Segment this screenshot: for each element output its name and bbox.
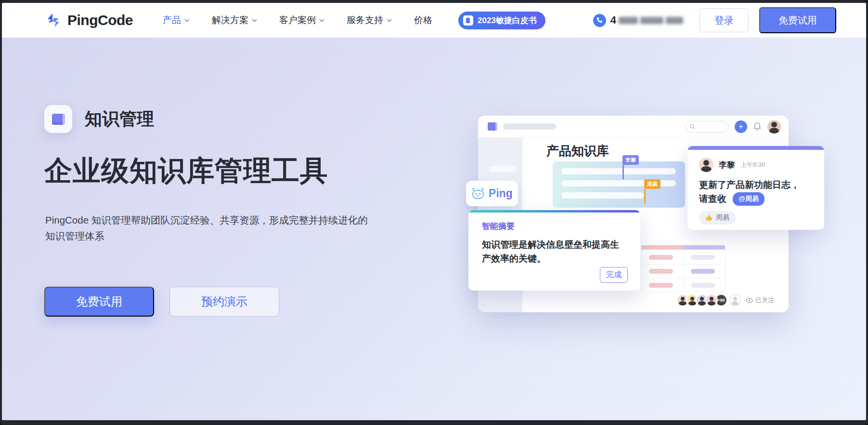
cta-row: 免费试用 预约演示 [44, 287, 279, 317]
thumbs-up-reaction[interactable]: 周易 [699, 211, 736, 225]
pingcode-landing-page: PingCode 产品 解决方案 客户案例 服务支持 价格 [2, 3, 866, 420]
collaborator-cursor-flag: 李黎 [622, 155, 639, 165]
category-row: 知识管理 [44, 105, 154, 133]
main-nav: 产品 解决方案 客户案例 服务支持 价格 2023敏捷白皮书 [163, 12, 545, 29]
redacted-phone-segment [666, 17, 683, 24]
chevron-down-icon [252, 19, 257, 22]
done-button[interactable]: 完成 [600, 267, 628, 283]
add-collaborator-icon [729, 294, 741, 306]
summary-title: 智能摘要 [482, 221, 640, 232]
table-cell-bar [649, 283, 673, 288]
chevron-down-icon [319, 19, 324, 22]
browser-frame: PingCode 产品 解决方案 客户案例 服务支持 价格 [0, 0, 868, 425]
nav-label: 产品 [163, 14, 181, 27]
doc-title: 产品知识库 [546, 143, 609, 159]
timestamp: 上午9:30 [740, 160, 765, 169]
collaborator-cursor-flag: 周易 [644, 179, 661, 189]
placeholder-bar [561, 192, 644, 199]
hero-description-line1: PingCode 知识管理帮助团队沉淀经验、共享资源，形成完整并持续进化的 [45, 212, 368, 228]
message-line1: 更新了产品新功能日志， [699, 178, 813, 192]
placeholder-bar [503, 123, 556, 130]
table-header-cell [683, 245, 725, 250]
whitepaper-badge-label: 2023敏捷白皮书 [478, 15, 537, 26]
collaborator-avatar-row: +90 已关注 [679, 294, 774, 306]
document-panel [553, 161, 685, 208]
notification-message: 更新了产品新功能日志， 请查收 @周易 [699, 178, 813, 206]
table-header-cell [641, 245, 683, 250]
placeholder-bar [561, 168, 676, 174]
book-icon [463, 15, 473, 26]
phone-number: 4 [610, 14, 683, 27]
author-name: 李黎 [719, 159, 735, 171]
table-divider [683, 250, 684, 292]
nav-item-solutions[interactable]: 解决方案 [212, 14, 257, 27]
thumbs-up-icon [705, 214, 713, 221]
app-topbar-right: + [686, 120, 781, 133]
chevron-down-icon [184, 19, 190, 22]
login-button[interactable]: 登录 [700, 8, 749, 32]
message-line2-text: 请查收 [699, 194, 726, 204]
redacted-phone-segment [640, 17, 663, 24]
phone-icon [593, 14, 606, 27]
nav-item-pricing[interactable]: 价格 [414, 14, 432, 27]
ping-label: Ping [489, 187, 513, 200]
redacted-phone-segment [619, 17, 638, 24]
knowledge-book-icon [44, 105, 72, 133]
bell-icon[interactable] [753, 122, 762, 131]
mention-pill[interactable]: @周易 [733, 192, 764, 206]
summary-body: 知识管理是解决信息壁垒和提高生产效率的关键。 [482, 238, 627, 266]
table-cell-bar [691, 269, 715, 274]
notification-header: 李黎 上午9:30 [699, 158, 824, 172]
message-line2: 请查收 @周易 [699, 192, 813, 206]
followed-label: 已关注 [755, 296, 774, 305]
nav-item-customer-cases[interactable]: 客户案例 [279, 14, 324, 27]
page-title: 企业级知识库管理工具 [44, 152, 328, 190]
chevron-down-icon [387, 19, 392, 22]
followed-status: 已关注 [746, 296, 774, 305]
nav-label: 解决方案 [212, 14, 248, 27]
top-navigation-bar: PingCode 产品 解决方案 客户案例 服务支持 价格 [2, 3, 866, 38]
header-right-group: 4 登录 免费试用 [593, 7, 866, 33]
avatar[interactable] [767, 120, 781, 133]
hero-description: PingCode 知识管理帮助团队沉淀经验、共享资源，形成完整并持续进化的 知识… [45, 212, 368, 244]
header-free-trial-button[interactable]: 免费试用 [759, 7, 836, 33]
hero-book-demo-button[interactable]: 预约演示 [169, 287, 279, 317]
nav-label: 客户案例 [279, 14, 316, 27]
avatar [705, 294, 718, 306]
summary-gradient-bar [468, 210, 640, 212]
reaction-user-label: 周易 [716, 213, 729, 222]
book-icon [488, 122, 497, 131]
table-mockup [641, 245, 725, 292]
table-cell-bar [691, 283, 715, 288]
table-cell-bar [691, 255, 715, 260]
table-row-line [641, 264, 725, 265]
eye-icon [746, 298, 753, 303]
pingcode-logo-icon [44, 11, 63, 29]
smart-summary-card: 智能摘要 知识管理是解决信息壁垒和提高生产效率的关键。 完成 [468, 210, 640, 291]
nav-item-products[interactable]: 产品 [163, 14, 190, 27]
table-row-line [641, 278, 725, 279]
phone-contact: 4 [593, 14, 683, 27]
nav-item-support[interactable]: 服务支持 [347, 14, 392, 27]
logo-text: PingCode [67, 12, 133, 28]
avatar [699, 158, 713, 172]
ping-assistant-badge: Ping [466, 181, 518, 206]
hero-free-trial-button[interactable]: 免费试用 [44, 287, 154, 317]
category-label: 知识管理 [85, 107, 154, 131]
phone-prefix: 4 [610, 14, 616, 27]
hero-description-line2: 知识管理体系 [45, 228, 368, 244]
add-button[interactable]: + [735, 120, 747, 133]
search-icon [689, 124, 695, 130]
table-cell-bar [649, 269, 673, 274]
search-input[interactable] [686, 121, 729, 133]
notification-card: 李黎 上午9:30 更新了产品新功能日志， 请查收 @周易 周易 [687, 146, 824, 230]
placeholder-bar [489, 166, 517, 172]
nav-label: 服务支持 [347, 14, 383, 27]
app-topbar: + [478, 116, 789, 138]
robot-icon [471, 187, 485, 200]
pingcode-logo[interactable]: PingCode [44, 11, 133, 29]
table-cell-bar [649, 255, 673, 260]
whitepaper-badge-button[interactable]: 2023敏捷白皮书 [458, 12, 545, 29]
notification-top-bar [687, 146, 824, 150]
hero-section: 知识管理 企业级知识库管理工具 PingCode 知识管理帮助团队沉淀经验、共享… [2, 38, 866, 420]
